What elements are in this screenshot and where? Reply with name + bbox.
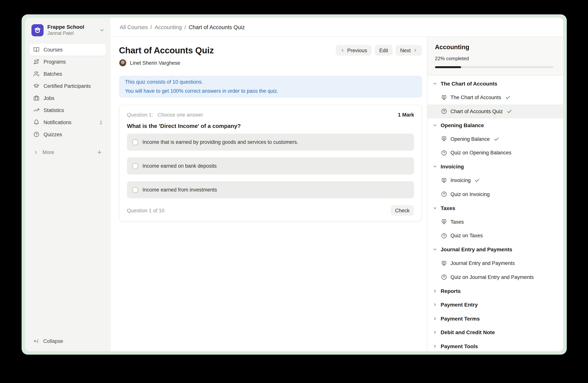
check-icon	[493, 136, 499, 142]
frappe-school-logo-icon	[31, 24, 43, 36]
outline-section-header[interactable]: Taxes	[427, 201, 563, 215]
breadcrumb-bar: All Courses/Accounting/Chart of Accounts…	[111, 18, 563, 37]
sidebar-item-quizzes[interactable]: Quizzes	[30, 128, 106, 140]
outline-section-header[interactable]: Invoicing	[427, 160, 563, 173]
outline-section-header[interactable]: Payment Terms	[427, 312, 563, 326]
outline-section-header[interactable]: Payment Tools	[427, 339, 563, 351]
chevron-down-icon	[433, 164, 437, 169]
outline-section-payment-terms: Payment Terms	[427, 312, 563, 326]
chevron-down-icon	[433, 123, 437, 128]
chevron-left-icon	[340, 48, 345, 53]
add-button[interactable]	[97, 149, 102, 155]
check-icon	[506, 109, 512, 114]
sidebar-item-courses[interactable]: Courses	[30, 43, 106, 56]
outline-section-header[interactable]: The Chart of Accounts	[427, 77, 563, 91]
sidebar-item-jobs[interactable]: Jobs	[30, 92, 106, 104]
outline-item-label: Opening Balance	[450, 136, 490, 142]
quiz-icon	[441, 191, 447, 197]
outline-section-header[interactable]: Payment Entry	[427, 298, 563, 312]
outline-section-taxes: Taxes Taxes Quiz on Taxes	[427, 201, 563, 243]
notice-line: You will have to get 100% correct answer…	[125, 87, 416, 96]
outline-item-invoicing[interactable]: Invoicing	[427, 173, 563, 187]
outline-item-label: Invoicing	[450, 178, 471, 183]
answer-option-label: Income earned on bank deposits	[143, 163, 217, 169]
outline-item-label: Chart of Accounts Quiz	[450, 109, 503, 114]
outline-section-header[interactable]: Reports	[427, 284, 563, 298]
chevron-right-icon	[433, 303, 437, 307]
outline-section-journal-entry-and-payments: Journal Entry and Payments Journal Entry…	[427, 243, 563, 284]
chevron-right-icon	[433, 316, 437, 321]
outline-item-journal-entry-and-payments[interactable]: Journal Entry and Payments	[427, 256, 563, 270]
outline-item-opening-balance[interactable]: Opening Balance	[427, 132, 563, 146]
chevron-right-icon	[433, 344, 437, 348]
brand-name: Frappe School	[47, 24, 84, 30]
radio-icon[interactable]	[132, 139, 138, 145]
sidebar-menu: Courses Programs Batches Certified Parti…	[30, 43, 106, 140]
sidebar-item-label: Notifications	[43, 119, 71, 125]
breadcrumb-link-all-courses[interactable]: All Courses	[120, 24, 148, 30]
sidebar-item-label: Courses	[43, 47, 63, 52]
sidebar-item-label: Programs	[43, 59, 66, 64]
sidebar-item-batches[interactable]: Batches	[30, 68, 106, 80]
answer-option-1[interactable]: Income that is earned by providing goods…	[127, 134, 414, 151]
outline-item-chart-of-accounts-quiz[interactable]: Chart of Accounts Quiz	[427, 104, 563, 118]
sidebar-item-notifications[interactable]: Notifications 1	[30, 116, 106, 128]
outline-item-label: Taxes	[450, 219, 464, 225]
outline-section-payment-entry: Payment Entry	[427, 298, 563, 312]
breadcrumb-separator: /	[150, 24, 152, 30]
check-button[interactable]: Check	[390, 205, 414, 216]
outline-section-invoicing: Invoicing Invoicing Quiz on Invoicing	[427, 160, 563, 201]
avatar	[119, 59, 126, 67]
bell-icon	[33, 119, 39, 125]
sidebar-item-programs[interactable]: Programs	[30, 56, 106, 68]
outline-section-debit-and-credit-note: Debit and Credit Note	[427, 326, 563, 339]
outline-section-title: Invoicing	[441, 164, 464, 170]
radio-icon[interactable]	[132, 163, 138, 169]
sidebar-item-label: Batches	[43, 71, 62, 77]
quiz-notice: This quiz consists of 10 questions. You …	[119, 76, 422, 98]
author: Linet Sherin Varghese	[119, 59, 422, 67]
outline-item-taxes[interactable]: Taxes	[427, 215, 563, 229]
outline-item-quiz-on-opening-balances[interactable]: Quiz on Opening Balances	[427, 146, 563, 160]
outline-section-title: Payment Terms	[441, 316, 480, 322]
answer-option-2[interactable]: Income earned on bank deposits	[127, 157, 414, 174]
edit-button[interactable]: Edit	[375, 45, 393, 56]
outline-section-title: Payment Entry	[441, 302, 478, 308]
workspace-switcher[interactable]: Frappe School Jannat Patel	[30, 21, 106, 38]
outline-section-header[interactable]: Journal Entry and Payments	[427, 243, 563, 256]
outline-section-header[interactable]: Opening Balance	[427, 118, 563, 132]
chevron-down-icon	[433, 81, 437, 86]
outline-section-header[interactable]: Debit and Credit Note	[427, 326, 563, 339]
progress-text: 22% completed	[435, 56, 556, 61]
outline-item-quiz-on-invoicing[interactable]: Quiz on Invoicing	[427, 187, 563, 201]
question-label: Question 1:	[127, 112, 153, 118]
next-button[interactable]: Next	[396, 45, 422, 56]
radio-icon[interactable]	[132, 187, 138, 193]
quiz-icon	[441, 274, 447, 280]
collapse-sidebar-button[interactable]: Collapse	[30, 335, 106, 347]
outline-item-quiz-on-taxes[interactable]: Quiz on Taxes	[427, 229, 563, 243]
check-icon	[505, 95, 510, 100]
breadcrumb: All Courses/Accounting/Chart of Accounts…	[120, 24, 245, 30]
breadcrumb-link-accounting[interactable]: Accounting	[155, 24, 182, 30]
outline-item-the-chart-of-accounts[interactable]: The Chart of Accounts	[427, 91, 563, 104]
users-icon	[33, 71, 39, 77]
book-open-icon	[33, 47, 39, 53]
question-text: What is the 'Direct Income' of a company…	[127, 123, 414, 129]
help-circle-icon	[33, 131, 39, 137]
main-content: Chart of Accounts Quiz Previous Edit	[111, 37, 427, 351]
chevron-right-icon	[413, 48, 418, 53]
outline-item-quiz-on-journal-entry-and-payments[interactable]: Quiz on Journal Entry and Payments	[427, 270, 563, 284]
trending-up-icon	[33, 107, 39, 113]
sidebar-item-label: Quizzes	[43, 132, 62, 137]
sidebar-item-certified-participants[interactable]: Certified Participants	[30, 80, 106, 92]
sidebar-item-label: Statistics	[43, 107, 64, 113]
outline-section-payment-tools: Payment Tools	[427, 339, 563, 351]
collapse-label: Collapse	[43, 338, 63, 344]
quiz-icon	[441, 233, 447, 239]
answer-option-3[interactable]: Income earned from investments	[127, 181, 414, 198]
sidebar-item-more[interactable]: More	[30, 146, 106, 158]
previous-button[interactable]: Previous	[336, 45, 372, 56]
sidebar-item-statistics[interactable]: Statistics	[30, 104, 106, 116]
breadcrumb-current: Chart of Accounts Quiz	[189, 24, 245, 30]
